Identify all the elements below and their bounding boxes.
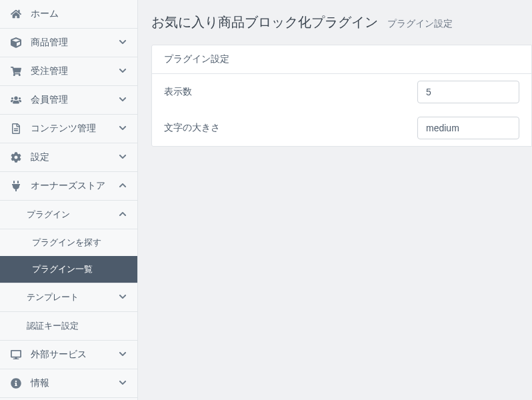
panel-title: プラグイン設定 xyxy=(152,45,531,74)
chevron-down-icon xyxy=(119,123,127,134)
chevron-up-icon xyxy=(119,181,127,191)
sidebar: ホーム 商品管理 受注管理 会員管理 コンテンツ管理 設定 オーナーズストア プ… xyxy=(0,0,138,400)
chevron-up-icon xyxy=(119,210,127,220)
size-select[interactable]: medium xyxy=(417,117,519,139)
sidebar-item-label: 外部サービス xyxy=(31,349,87,361)
form-row-size: 文字の大きさ medium xyxy=(152,110,531,146)
plug-icon xyxy=(11,181,24,191)
form-row-count: 表示数 xyxy=(152,74,531,110)
sidebar-sub-template[interactable]: テンプレート xyxy=(0,283,137,312)
sidebar-item-settings[interactable]: 設定 xyxy=(0,143,137,172)
main-content: お気に入り商品ブロック化プラグイン プラグイン設定 プラグイン設定 表示数 文字… xyxy=(138,0,532,400)
sidebar-item-contents[interactable]: コンテンツ管理 xyxy=(0,115,137,143)
cart-icon xyxy=(11,66,24,77)
monitor-icon xyxy=(11,349,24,360)
sidebar-item-label: 設定 xyxy=(31,151,49,163)
chevron-down-icon xyxy=(119,378,127,389)
chevron-down-icon xyxy=(119,95,127,105)
sidebar-sub-label: テンプレート xyxy=(27,291,79,303)
page-header: お気に入り商品ブロック化プラグイン プラグイン設定 xyxy=(151,13,532,31)
file-icon xyxy=(11,123,24,134)
sidebar-sub2-label: プラグイン一覧 xyxy=(32,264,93,274)
sidebar-sub-plugin[interactable]: プラグイン xyxy=(0,201,137,229)
sidebar-item-label: コンテンツ管理 xyxy=(31,123,96,135)
sidebar-item-owner-store[interactable]: オーナーズストア xyxy=(0,172,137,201)
chevron-down-icon xyxy=(119,152,127,163)
chevron-down-icon xyxy=(119,349,127,360)
cube-icon xyxy=(11,37,24,48)
sidebar-item-label: 会員管理 xyxy=(31,94,68,106)
sidebar-item-external[interactable]: 外部サービス xyxy=(0,341,137,369)
count-label: 表示数 xyxy=(164,86,417,98)
sidebar-item-label: ホーム xyxy=(31,8,59,20)
page-subtitle: プラグイン設定 xyxy=(387,18,453,30)
users-icon xyxy=(11,95,24,105)
sidebar-item-home[interactable]: ホーム xyxy=(0,0,137,29)
sidebar-item-label: 受注管理 xyxy=(31,65,68,77)
home-icon xyxy=(11,9,24,19)
page-title: お気に入り商品ブロック化プラグイン xyxy=(151,13,378,31)
sidebar-sub-auth-key[interactable]: 認証キー設定 xyxy=(0,312,137,341)
sidebar-item-label: 商品管理 xyxy=(31,37,68,49)
sidebar-sub2-plugin-list[interactable]: プラグイン一覧 xyxy=(0,256,137,283)
sidebar-item-products[interactable]: 商品管理 xyxy=(0,29,137,57)
info-icon xyxy=(11,378,24,389)
sidebar-sub-label: プラグイン xyxy=(27,209,70,221)
sidebar-item-orders[interactable]: 受注管理 xyxy=(0,57,137,86)
count-input[interactable] xyxy=(417,81,519,103)
sidebar-item-label: オーナーズストア xyxy=(31,180,105,192)
chevron-down-icon xyxy=(119,37,127,48)
sidebar-sub-label: 認証キー設定 xyxy=(27,320,79,332)
sidebar-item-info[interactable]: 情報 xyxy=(0,369,137,398)
chevron-down-icon xyxy=(119,293,127,303)
size-label: 文字の大きさ xyxy=(164,122,417,134)
settings-panel: プラグイン設定 表示数 文字の大きさ medium xyxy=(151,45,532,147)
sidebar-sub2-find-plugin[interactable]: プラグインを探す xyxy=(0,229,137,256)
gear-icon xyxy=(11,152,24,163)
sidebar-sub2-label: プラグインを探す xyxy=(32,237,101,247)
chevron-down-icon xyxy=(119,66,127,77)
sidebar-item-label: 情報 xyxy=(31,377,49,389)
sidebar-item-members[interactable]: 会員管理 xyxy=(0,86,137,115)
